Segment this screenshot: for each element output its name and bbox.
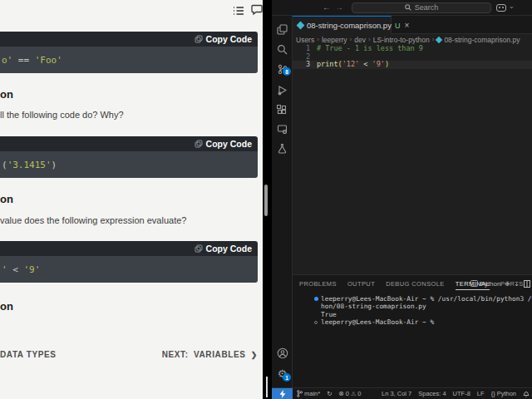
breadcrumb-item[interactable]: leeperry bbox=[322, 36, 347, 44]
command-center-search[interactable]: Search bbox=[352, 2, 491, 13]
breadcrumb-file[interactable]: 08-string-comaprison.py bbox=[444, 36, 520, 44]
python-file-icon bbox=[436, 36, 442, 42]
prev-link[interactable]: DATA TYPES bbox=[0, 350, 56, 359]
problems-indicator[interactable]: ⊗ 0 ⚠ 0 bbox=[338, 390, 361, 397]
status-bar: main* ↻ ⊗ 0 ⚠ 0 Ln 3, Col 7 Spaces: 4 UT… bbox=[272, 387, 532, 399]
chat-icon[interactable] bbox=[251, 3, 263, 18]
tab-strip: 08-string-comaprison.py U × bbox=[293, 16, 532, 34]
code-block-header: Copy Code bbox=[0, 136, 258, 151]
search-icon bbox=[405, 4, 411, 11]
terminal-line: leeperry@Lees-MacBook-Air ~ % bbox=[321, 318, 434, 326]
search-icon[interactable] bbox=[272, 40, 293, 58]
indentation[interactable]: Spaces: 4 bbox=[418, 390, 446, 397]
terminal-line: leeperry@Lees-MacBook-Air ~ % /usr/local… bbox=[321, 295, 532, 303]
copy-code-label: Copy Code bbox=[206, 139, 252, 149]
screen: Copy Code o' == 'Foo' on ll the followin… bbox=[0, 0, 532, 399]
language-mode[interactable]: {} Python bbox=[491, 390, 516, 397]
terminal-dropdown-icon[interactable]: ⌄ bbox=[514, 280, 520, 288]
code-block-body: ' < '9' bbox=[0, 256, 258, 283]
code-block-header: Copy Code bbox=[0, 241, 258, 256]
question-text: value does the following expression eval… bbox=[0, 215, 186, 225]
question-text: ll the following code do? Why? bbox=[0, 110, 124, 120]
copy-code-button[interactable]: Copy Code bbox=[195, 139, 252, 149]
close-icon[interactable]: × bbox=[404, 21, 409, 30]
tab-problems[interactable]: PROBLEMS bbox=[299, 280, 337, 288]
copy-code-button[interactable]: Copy Code bbox=[195, 34, 252, 44]
extensions-icon[interactable] bbox=[272, 101, 293, 119]
list-icon[interactable] bbox=[233, 4, 244, 19]
breadcrumb-item[interactable]: dev bbox=[354, 36, 366, 44]
section-heading-fragment: on bbox=[0, 88, 13, 101]
tab-08-string-comaprison[interactable]: 08-string-comaprison.py U × bbox=[293, 16, 392, 34]
terminal-shell-chip[interactable]: › Python bbox=[470, 280, 501, 288]
nav-back-icon[interactable]: ← bbox=[323, 2, 331, 12]
bottom-panel: PROBLEMS OUTPUT DEBUG CONSOLE TERMINAL P… bbox=[293, 274, 532, 387]
copy-code-button[interactable]: Copy Code bbox=[195, 244, 252, 254]
explorer-icon[interactable] bbox=[272, 20, 293, 38]
cursor-position[interactable]: Ln 3, Col 7 bbox=[382, 390, 411, 397]
breadcrumb-item[interactable]: LS-intro-to-python bbox=[373, 36, 430, 44]
run-debug-icon[interactable] bbox=[272, 81, 293, 99]
remote-indicator[interactable] bbox=[272, 388, 293, 399]
warning-count: 0 bbox=[357, 390, 361, 397]
code-token: print bbox=[317, 60, 338, 68]
terminal-line: hon/08-string-comaprison.py bbox=[321, 303, 426, 310]
section-heading-fragment: on bbox=[0, 193, 13, 205]
editor[interactable]: 1 # True - 1 is less than 9 2 3 print('1… bbox=[293, 45, 532, 274]
breadcrumb-separator: › bbox=[432, 36, 435, 43]
tab-debug-console[interactable]: DEBUG CONSOLE bbox=[386, 280, 445, 288]
line-number: 3 bbox=[293, 61, 310, 69]
code-block-body: o' == 'Foo' bbox=[0, 47, 258, 73]
split-terminal-icon[interactable] bbox=[524, 276, 530, 291]
editor-line-1: 1 # True - 1 is less than 9 bbox=[293, 45, 532, 53]
tab-filename: 08-string-comaprison.py bbox=[307, 21, 392, 30]
branch-icon bbox=[297, 390, 303, 397]
code-block-2: Copy Code ('3.1415') bbox=[0, 136, 258, 178]
code-block-header: Copy Code bbox=[0, 32, 258, 47]
new-terminal-button[interactable]: + bbox=[505, 279, 510, 288]
code-token: ' bbox=[2, 264, 12, 275]
split-view-divider[interactable] bbox=[263, 0, 272, 399]
terminal-output[interactable]: leeperry@Lees-MacBook-Air ~ % /usr/local… bbox=[293, 293, 532, 388]
editor-line-3: 3 print('12' < '9') bbox=[293, 61, 532, 69]
search-placeholder: Search bbox=[415, 3, 439, 12]
branch-name: main* bbox=[304, 390, 320, 397]
breadcrumb-item[interactable]: Users bbox=[296, 36, 314, 44]
vscode-titlebar: ← → Search ⌄ bbox=[272, 0, 532, 16]
source-control-icon[interactable]: 8 bbox=[272, 60, 293, 78]
copy-code-label: Copy Code bbox=[206, 34, 252, 44]
remote-explorer-icon[interactable] bbox=[272, 120, 293, 138]
code-token: == bbox=[12, 55, 35, 66]
encoding[interactable]: UTF-8 bbox=[453, 390, 470, 397]
settings-gear-icon[interactable]: ⚙ 1 bbox=[272, 364, 293, 382]
next-link-label: NEXT: VARIABLES bbox=[162, 350, 246, 359]
breadcrumb-separator: › bbox=[350, 36, 352, 43]
copilot-icon[interactable] bbox=[496, 4, 506, 12]
code-block-body: ('3.1415') bbox=[0, 151, 258, 178]
divider-handle[interactable] bbox=[264, 185, 268, 216]
breadcrumb-separator: › bbox=[317, 36, 319, 43]
account-icon[interactable] bbox=[272, 344, 293, 362]
scm-badge: 8 bbox=[283, 67, 291, 76]
code-token: '12' bbox=[342, 60, 359, 68]
code-token: < bbox=[12, 264, 23, 275]
nav-forward-icon[interactable]: → bbox=[335, 2, 343, 12]
code-token: ) bbox=[52, 160, 57, 170]
code-token: '3.1415' bbox=[7, 160, 52, 170]
tab-output[interactable]: OUTPUT bbox=[347, 280, 375, 288]
terminal-icon: › bbox=[470, 280, 478, 287]
sync-indicator[interactable]: ↻ bbox=[327, 390, 332, 397]
git-branch-indicator[interactable]: main* bbox=[297, 390, 320, 397]
eol[interactable]: LF bbox=[477, 390, 485, 397]
testing-icon[interactable] bbox=[272, 139, 293, 157]
command-success-dot bbox=[314, 297, 318, 301]
code-token: 'Foo' bbox=[35, 55, 62, 66]
next-link[interactable]: NEXT: VARIABLES ❯ bbox=[162, 350, 258, 359]
warning-icon: ⚠ bbox=[351, 391, 356, 397]
status-left: main* ↻ ⊗ 0 ⚠ 0 bbox=[293, 390, 361, 397]
prompt-circle bbox=[314, 321, 318, 324]
error-icon: ⊗ bbox=[338, 390, 343, 397]
git-status-untracked: U bbox=[395, 22, 401, 30]
notifications-bell-icon[interactable] bbox=[523, 390, 530, 397]
chevron-down-icon[interactable]: ⌄ bbox=[509, 2, 515, 10]
